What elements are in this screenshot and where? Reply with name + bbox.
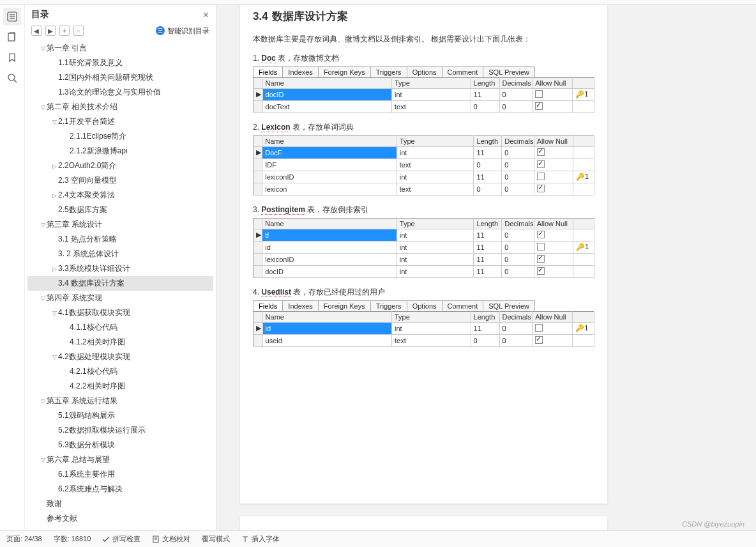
cell-name[interactable]: useid <box>262 334 391 346</box>
db-tab[interactable]: Comment <box>442 300 484 311</box>
toc-item[interactable]: ▽5.1源码结构展示 <box>27 408 213 423</box>
toc-item[interactable]: ▽3.4 数据库设计方案 <box>27 276 213 291</box>
toc-item[interactable]: ▽第六章 总结与展望 <box>27 452 213 467</box>
cell-allow-null[interactable] <box>533 334 573 346</box>
cell-decimals[interactable]: 0 <box>502 146 534 158</box>
cell-type[interactable]: int <box>391 88 471 100</box>
toc-tool-3[interactable]: − <box>73 26 84 36</box>
cell-type[interactable]: int <box>397 171 474 183</box>
smart-recognize-button[interactable]: ☰ 智能识别目录 <box>156 26 209 36</box>
table-row[interactable]: IDFtext00 <box>253 158 594 171</box>
cell-decimals[interactable]: 0 <box>502 183 534 195</box>
cell-type[interactable]: int <box>397 253 474 265</box>
cell-allow-null[interactable] <box>534 171 573 183</box>
toc-tool-1[interactable]: ▶ <box>45 26 56 36</box>
col-header[interactable]: Allow Null <box>534 135 573 146</box>
cell-allow-null[interactable] <box>534 265 573 277</box>
cell-allow-null[interactable] <box>534 253 573 265</box>
col-header[interactable]: Decimals <box>499 77 533 88</box>
cell-decimals[interactable]: 0 <box>499 100 533 112</box>
status-spellcheck[interactable]: 拼写检查 <box>102 534 140 544</box>
toc-item[interactable]: ▽4.1.1核心代码 <box>27 320 213 335</box>
cell-type[interactable]: int <box>397 146 474 158</box>
cell-length[interactable]: 11 <box>474 241 502 253</box>
col-header[interactable] <box>573 311 594 322</box>
cell-length[interactable]: 11 <box>474 229 502 241</box>
toc-item[interactable]: ▽6.2系统难点与解决 <box>27 482 213 497</box>
toc-item[interactable]: ▽4.2.1核心代码 <box>27 364 213 379</box>
cell-type[interactable]: text <box>397 183 474 195</box>
col-header[interactable]: Name <box>262 218 397 229</box>
toc-item[interactable]: ▽6.1系统主要作用 <box>27 467 213 482</box>
table-row[interactable]: ▶docIDint110🔑1 <box>253 88 594 100</box>
status-words[interactable]: 字数: 16810 <box>54 534 91 544</box>
search-icon[interactable] <box>3 69 21 87</box>
sidebar-close-icon[interactable]: ✕ <box>202 10 209 20</box>
toc-item[interactable]: ▽5.3数据分析模块 <box>27 438 213 452</box>
cell-name[interactable]: DocF <box>262 146 397 158</box>
document-area[interactable]: 3.4数据库设计方案 本数据库主要是存放词典、微博文档以及倒排索引。 根据需要设… <box>216 5 756 530</box>
toc-item[interactable]: ▽4.1.2相关时序图 <box>27 335 213 350</box>
table-row[interactable]: lexiconIDint110 <box>253 253 594 265</box>
col-header[interactable]: Name <box>262 77 391 88</box>
col-header[interactable]: Decimals <box>502 218 534 229</box>
table-row[interactable]: lexicontext00 <box>253 183 594 195</box>
col-header[interactable]: Allow Null <box>533 311 573 322</box>
cell-allow-null[interactable] <box>533 88 573 100</box>
cell-allow-null[interactable] <box>533 100 573 112</box>
cell-decimals[interactable]: 0 <box>502 158 534 171</box>
col-header[interactable] <box>573 218 594 229</box>
cell-decimals[interactable]: 0 <box>502 253 534 265</box>
cell-type[interactable]: text <box>391 100 471 112</box>
db-tab[interactable]: Fields <box>253 66 283 77</box>
db-tab[interactable]: Indexes <box>282 300 319 311</box>
db-tab[interactable]: SQL Preview <box>483 66 535 77</box>
db-tab[interactable]: Foreign Keys <box>318 300 371 311</box>
col-header[interactable]: Type <box>397 218 474 229</box>
db-tab[interactable]: Comment <box>442 66 484 77</box>
cell-decimals[interactable]: 0 <box>499 322 533 334</box>
cell-length[interactable]: 0 <box>471 100 499 112</box>
cell-length[interactable]: 11 <box>474 171 502 183</box>
toc-item[interactable]: ▽3.1 热点分析策略 <box>27 232 213 247</box>
toc-item[interactable]: ▽第三章 系统设计 <box>27 217 213 232</box>
cell-type[interactable]: text <box>391 334 471 346</box>
cell-length[interactable]: 11 <box>471 322 499 334</box>
toc-item[interactable]: ▽2.3 空间向量模型 <box>27 173 213 188</box>
db-tab[interactable]: Triggers <box>370 66 407 77</box>
toc-item[interactable]: ▽2.1.1Eclipse简介 <box>27 129 213 144</box>
cell-decimals[interactable]: 0 <box>502 241 534 253</box>
col-header[interactable]: Length <box>471 77 499 88</box>
db-tab[interactable]: Fields <box>253 300 283 311</box>
cell-allow-null[interactable] <box>534 241 573 253</box>
cell-length[interactable]: 0 <box>471 334 499 346</box>
toc-item[interactable]: ▽2.1开发平台简述 <box>27 114 213 129</box>
cell-name[interactable]: docID <box>262 265 397 277</box>
col-header[interactable]: Allow Null <box>533 77 573 88</box>
cell-allow-null[interactable] <box>534 158 573 171</box>
cell-type[interactable]: int <box>391 322 471 334</box>
table-row[interactable]: lexiconIDint110🔑1 <box>253 171 594 183</box>
cell-name[interactable]: id <box>262 241 397 253</box>
cell-length[interactable]: 11 <box>474 253 502 265</box>
cell-type[interactable]: text <box>397 158 474 171</box>
status-page[interactable]: 页面: 24/38 <box>6 534 42 544</box>
toc-item[interactable]: ▽5.2数据抓取模块运行展示 <box>27 423 213 438</box>
toc-item[interactable]: ▽2.5数据库方案 <box>27 203 213 217</box>
db-tab[interactable]: Foreign Keys <box>318 66 371 77</box>
toc-item[interactable]: ▽4.2数据处理模块实现 <box>27 350 213 364</box>
cell-type[interactable]: int <box>397 265 474 277</box>
db-tab[interactable]: Options <box>407 66 442 77</box>
col-header[interactable]: Allow Null <box>534 218 573 229</box>
cell-length[interactable]: 11 <box>471 88 499 100</box>
db-tab[interactable]: Triggers <box>370 300 407 311</box>
toc-item[interactable]: ▽4.1数据获取模块实现 <box>27 305 213 320</box>
table-row[interactable]: ▶tfint110 <box>253 229 594 241</box>
toc-item[interactable]: ▽第四章 系统实现 <box>27 291 213 305</box>
col-header[interactable]: Type <box>391 77 471 88</box>
db-tab[interactable]: Options <box>407 300 442 311</box>
cell-allow-null[interactable] <box>534 183 573 195</box>
toc-item[interactable]: ▽第五章 系统运行结果 <box>27 394 213 408</box>
cell-name[interactable]: id <box>262 322 391 334</box>
col-header[interactable]: Length <box>474 135 502 146</box>
